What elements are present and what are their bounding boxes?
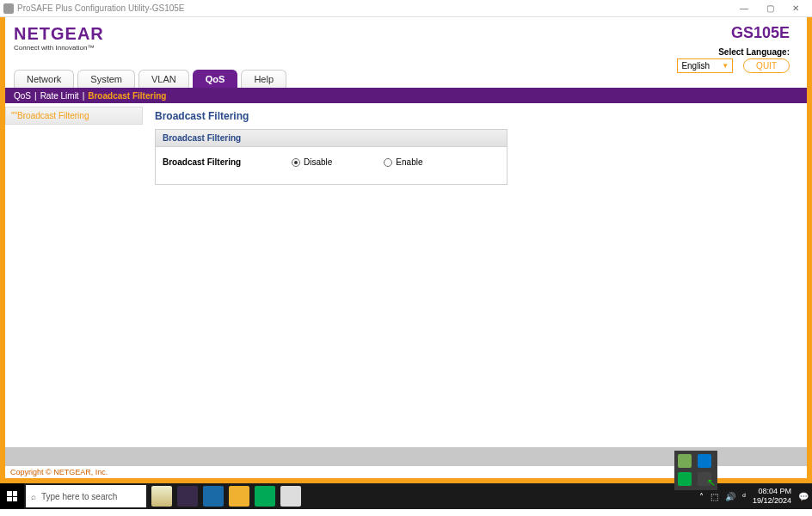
- panel-title: Broadcast Filtering: [155, 110, 807, 122]
- radio-enable-label: Enable: [396, 157, 422, 167]
- window-controls: — ▢ ✕: [731, 1, 809, 16]
- radio-icon: [292, 158, 300, 167]
- app-icon: [3, 3, 14, 14]
- tray-chevron-icon[interactable]: ˄: [699, 492, 704, 501]
- brand-name: NETGEAR: [14, 24, 104, 44]
- settings-row: Broadcast Filtering Disable Enable: [156, 147, 507, 184]
- windows-logo-icon: [7, 491, 17, 501]
- brand-tagline: Connect with Innovation™: [14, 44, 104, 52]
- language-label: Select Language:: [677, 47, 790, 57]
- start-button[interactable]: [0, 483, 24, 509]
- minimize-button[interactable]: —: [731, 1, 757, 16]
- network-icon[interactable]: ⬚: [710, 492, 718, 501]
- language-icon[interactable]: ᵈ: [742, 492, 746, 501]
- tray-icon[interactable]: [678, 454, 692, 468]
- tab-help[interactable]: Help: [241, 70, 286, 88]
- quit-button[interactable]: QUIT: [743, 58, 790, 73]
- sub-nav: QoS | Rate Limit | Broadcast Filtering: [5, 88, 807, 103]
- radio-disable-label: Disable: [304, 157, 332, 167]
- brand-logo: NETGEAR Connect with Innovation™: [14, 24, 104, 52]
- radio-enable[interactable]: Enable: [384, 157, 422, 167]
- app-frame: NETGEAR Connect with Innovation™ GS105E …: [0, 17, 812, 483]
- search-placeholder: Type here to search: [41, 492, 117, 501]
- taskbar-icon[interactable]: [151, 486, 172, 507]
- tray-icon[interactable]: [678, 472, 692, 486]
- subnav-broadcast-filtering[interactable]: Broadcast Filtering: [88, 91, 166, 101]
- language-value: English: [681, 61, 710, 71]
- cursor-icon: ↖: [707, 476, 716, 488]
- radio-disable[interactable]: Disable: [292, 157, 332, 167]
- taskbar-search[interactable]: ⌕ Type here to search: [26, 485, 146, 507]
- taskbar-icon[interactable]: [280, 486, 301, 507]
- taskbar-clock[interactable]: 08:04 PM 19/12/2024: [753, 487, 791, 506]
- header-right: GS105E Select Language: English ▼ QUIT: [677, 24, 790, 73]
- model-label: GS105E: [677, 24, 790, 42]
- chevron-down-icon: ▼: [722, 62, 729, 70]
- search-icon: ⌕: [31, 492, 36, 501]
- subnav-qos[interactable]: QoS: [14, 91, 31, 101]
- close-button[interactable]: ✕: [783, 1, 809, 16]
- tab-network[interactable]: Network: [14, 70, 74, 88]
- clock-time: 08:04 PM: [753, 487, 791, 496]
- tab-qos[interactable]: QoS: [193, 70, 238, 88]
- setting-label: Broadcast Filtering: [163, 157, 292, 167]
- firefox-icon[interactable]: [177, 486, 198, 507]
- taskbar-icon[interactable]: [203, 486, 224, 507]
- volume-icon[interactable]: 🔊: [725, 492, 735, 501]
- language-select[interactable]: English ▼: [677, 58, 733, 73]
- subnav-rate-limit[interactable]: Rate Limit: [40, 91, 79, 101]
- tab-system[interactable]: System: [77, 70, 135, 88]
- tray-icon[interactable]: [698, 454, 711, 468]
- file-explorer-icon[interactable]: [229, 486, 249, 507]
- taskbar-icon[interactable]: [255, 486, 275, 507]
- window-title: ProSAFE Plus Configuration Utility-GS105…: [17, 3, 731, 13]
- clock-date: 19/12/2024: [753, 496, 791, 506]
- content-area: ""Broadcast Filtering Broadcast Filterin…: [5, 103, 807, 447]
- sidebar-item-broadcast-filtering[interactable]: ""Broadcast Filtering: [5, 107, 143, 125]
- main-panel: Broadcast Filtering Broadcast Filtering …: [143, 103, 807, 447]
- window-titlebar: ProSAFE Plus Configuration Utility-GS105…: [0, 0, 812, 17]
- notifications-icon[interactable]: 💬: [798, 492, 809, 501]
- settings-section-header: Broadcast Filtering: [156, 130, 507, 147]
- app-header: NETGEAR Connect with Innovation™ GS105E …: [5, 17, 807, 67]
- sidebar: ""Broadcast Filtering: [5, 103, 143, 447]
- maximize-button[interactable]: ▢: [757, 1, 783, 16]
- tab-vlan[interactable]: VLAN: [138, 70, 189, 88]
- radio-icon: [384, 158, 392, 167]
- taskbar-pinned: [151, 486, 301, 507]
- settings-panel: Broadcast Filtering Broadcast Filtering …: [155, 129, 508, 185]
